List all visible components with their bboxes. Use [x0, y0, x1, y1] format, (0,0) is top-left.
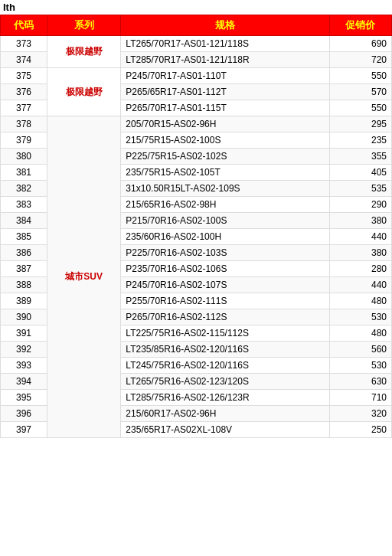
price-cell: 535	[329, 181, 391, 197]
price-cell: 440	[329, 229, 391, 245]
spec-cell: P245/70R17-AS01-110T	[121, 68, 329, 84]
spec-cell: LT285/75R16-AS02-126/123R	[121, 390, 329, 406]
price-cell: 290	[329, 197, 391, 213]
spec-cell: P265/65R17-AS01-112T	[121, 84, 329, 100]
spec-cell: LT265/70R17-AS01-121/118S	[121, 36, 329, 52]
code-cell: 381	[1, 165, 47, 181]
code-cell: 377	[1, 100, 47, 116]
header-code: 代码	[1, 15, 47, 36]
code-cell: 375	[1, 68, 47, 84]
price-cell: 530	[329, 309, 391, 325]
series-cell: 城市SUV	[47, 116, 120, 438]
header-spec: 规格	[121, 15, 329, 36]
spec-cell: 215/65R16-AS02-98H	[121, 197, 329, 213]
spec-cell: P265/70R16-AS02-112S	[121, 309, 329, 325]
price-cell: 630	[329, 374, 391, 390]
spec-cell: P225/70R16-AS02-103S	[121, 245, 329, 261]
price-cell: 480	[329, 293, 391, 309]
price-cell: 550	[329, 100, 391, 116]
spec-cell: 215/60R17-AS02-96H	[121, 406, 329, 422]
table-body: 373极限越野LT265/70R17-AS01-121/118S690374LT…	[1, 36, 392, 438]
price-cell: 550	[329, 68, 391, 84]
code-cell: 378	[1, 116, 47, 132]
code-cell: 396	[1, 406, 47, 422]
spec-cell: P265/70R17-AS01-115T	[121, 100, 329, 116]
spec-cell: P225/75R15-AS02-102S	[121, 149, 329, 165]
price-cell: 235	[329, 132, 391, 149]
spec-cell: 235/65R17-AS02XL-108V	[121, 422, 329, 438]
top-bar: Ith	[0, 0, 392, 15]
price-cell: 405	[329, 165, 391, 181]
spec-cell: 31x10.50R15LT-AS02-109S	[121, 181, 329, 197]
spec-cell: LT235/85R16-AS02-120/116S	[121, 342, 329, 358]
spec-cell: P215/70R16-AS02-100S	[121, 213, 329, 229]
code-cell: 393	[1, 358, 47, 374]
price-cell: 480	[329, 325, 391, 342]
code-cell: 397	[1, 422, 47, 438]
price-cell: 560	[329, 342, 391, 358]
price-cell: 530	[329, 358, 391, 374]
series-cell: 极限越野	[47, 36, 120, 68]
code-cell: 395	[1, 390, 47, 406]
code-cell: 383	[1, 197, 47, 213]
header-price: 促销价	[329, 15, 391, 36]
code-cell: 389	[1, 293, 47, 309]
spec-cell: P255/70R16-AS02-111S	[121, 293, 329, 309]
table-row: 375极限越野P245/70R17-AS01-110T550	[1, 68, 392, 84]
price-cell: 710	[329, 390, 391, 406]
spec-cell: 205/70R15-AS02-96H	[121, 116, 329, 132]
price-cell: 320	[329, 406, 391, 422]
table-row: 373极限越野LT265/70R17-AS01-121/118S690	[1, 36, 392, 52]
price-cell: 280	[329, 261, 391, 277]
code-cell: 386	[1, 245, 47, 261]
code-cell: 380	[1, 149, 47, 165]
price-cell: 440	[329, 277, 391, 293]
code-cell: 391	[1, 325, 47, 342]
spec-cell: LT285/70R17-AS01-121/118R	[121, 52, 329, 68]
code-cell: 376	[1, 84, 47, 100]
code-cell: 394	[1, 374, 47, 390]
code-cell: 382	[1, 181, 47, 197]
code-cell: 374	[1, 52, 47, 68]
spec-cell: 235/60R16-AS02-100H	[121, 229, 329, 245]
price-table: 代码 系列 规格 促销价 373极限越野LT265/70R17-AS01-121…	[0, 15, 392, 438]
spec-cell: LT225/75R16-AS02-115/112S	[121, 325, 329, 342]
spec-cell: P235/70R16-AS02-106S	[121, 261, 329, 277]
code-cell: 388	[1, 277, 47, 293]
price-cell: 355	[329, 149, 391, 165]
price-cell: 570	[329, 84, 391, 100]
price-cell: 250	[329, 422, 391, 438]
code-cell: 373	[1, 36, 47, 52]
code-cell: 392	[1, 342, 47, 358]
table-header-row: 代码 系列 规格 促销价	[1, 15, 392, 36]
top-bar-text: Ith	[3, 2, 15, 13]
spec-cell: P245/70R16-AS02-107S	[121, 277, 329, 293]
price-cell: 690	[329, 36, 391, 52]
code-cell: 379	[1, 132, 47, 149]
code-cell: 384	[1, 213, 47, 229]
code-cell: 385	[1, 229, 47, 245]
spec-cell: 215/75R15-AS02-100S	[121, 132, 329, 149]
header-series: 系列	[47, 15, 120, 36]
table-row: 378城市SUV205/70R15-AS02-96H295	[1, 116, 392, 132]
code-cell: 390	[1, 309, 47, 325]
price-cell: 720	[329, 52, 391, 68]
code-cell: 387	[1, 261, 47, 277]
spec-cell: 235/75R15-AS02-105T	[121, 165, 329, 181]
price-cell: 380	[329, 213, 391, 229]
price-cell: 380	[329, 245, 391, 261]
spec-cell: LT265/75R16-AS02-123/120S	[121, 374, 329, 390]
price-cell: 295	[329, 116, 391, 132]
series-cell: 极限越野	[47, 68, 120, 116]
spec-cell: LT245/75R16-AS02-120/116S	[121, 358, 329, 374]
